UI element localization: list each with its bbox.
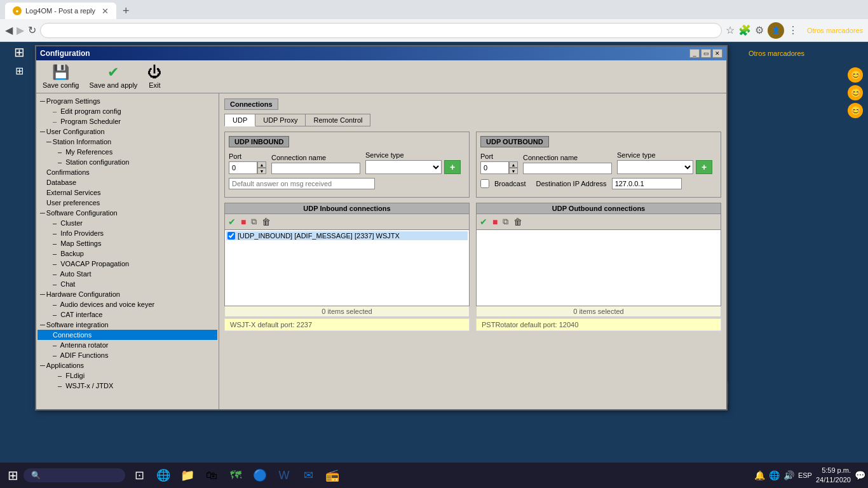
tree-item-program-settings[interactable]: ─ Program Settings [37, 96, 217, 106]
tree-item-adif-functions[interactable]: – ADIF Functions [37, 350, 217, 360]
inbound-conn-list[interactable]: [UDP_INBOUND] [ADIF_MESSAGE] [2337] WSJT… [224, 230, 470, 306]
address-bar[interactable] [40, 23, 722, 38]
taskbar-app-edge[interactable]: 🌐 [152, 464, 175, 487]
tree-item-antenna-rotator[interactable]: – Antenna rotator [37, 340, 217, 350]
broadcast-checkbox[interactable] [480, 179, 489, 188]
outbound-port-input[interactable] [480, 161, 509, 174]
tree-item-station-configuration[interactable]: – Station configuration [37, 157, 217, 167]
tree-item-software-integration[interactable]: ─ Software integration [37, 320, 217, 330]
taskbar-app-store[interactable]: 🛍 [200, 464, 223, 487]
tree-item-cat-interface[interactable]: – CAT interface [37, 309, 217, 320]
tree-item-station-information[interactable]: ─ Station Information [37, 137, 217, 147]
tree-item-map-settings[interactable]: – Map Settings [37, 238, 217, 248]
settings-icon[interactable]: ⚙ [755, 24, 764, 36]
tree-item-voacap[interactable]: – VOACAP Propagation [37, 259, 217, 269]
tree-item-confirmations[interactable]: Confirmations [37, 167, 217, 177]
save-apply-button[interactable]: ✔ Save and apply [89, 64, 137, 89]
tree-item-info-providers[interactable]: – Info Providers [37, 228, 217, 238]
tab-remote-control[interactable]: Remote Control [305, 114, 370, 126]
outbound-conn-list[interactable] [476, 230, 721, 306]
connections-section-label: Connections [224, 98, 278, 110]
taskbar-app-maps[interactable]: 🗺 [224, 464, 247, 487]
inbound-port-input[interactable] [229, 161, 257, 174]
inbound-conn-header: UDP Inbound connections [224, 203, 470, 214]
tree-item-connections[interactable]: Connections [37, 330, 217, 340]
inbound-copy-button[interactable]: ⧉ [250, 216, 258, 227]
browser-tab[interactable]: ● Log4OM - Post a reply ✕ [5, 3, 116, 19]
outbound-add-button[interactable]: + [696, 160, 712, 174]
default-answer-input[interactable] [229, 178, 375, 189]
tree-item-software-configuration[interactable]: ─ Software Configuration [37, 208, 217, 218]
taskbar-app-mail[interactable]: ✉ [297, 464, 320, 487]
star-icon[interactable]: ☆ [726, 24, 735, 36]
tree-item-my-references[interactable]: – My References [37, 147, 217, 157]
outbound-delete-button[interactable]: 🗑 [512, 216, 524, 227]
inbound-list-item[interactable]: [UDP_INBOUND] [ADIF_MESSAGE] [2337] WSJT… [226, 231, 468, 240]
tree-item-user-configuration[interactable]: ─ User Configuration [37, 126, 217, 137]
outbound-copy-button[interactable]: ⧉ [501, 216, 510, 227]
action-center-icon[interactable]: 🔔 [754, 470, 765, 480]
tree-item-external-services[interactable]: External Services [37, 187, 217, 198]
tree-item-database[interactable]: Database [37, 177, 217, 187]
maximize-button[interactable]: ▭ [701, 49, 711, 58]
outbound-port-down-button[interactable]: ▼ [509, 168, 518, 174]
inbound-item-checkbox[interactable] [227, 232, 235, 240]
tree-item-program-scheduler[interactable]: – Program Scheduler [37, 116, 217, 126]
tab-close-icon[interactable]: ✕ [102, 6, 109, 16]
tree-item-edit-program-config[interactable]: – Edit program config [37, 106, 217, 116]
dest-ip-input[interactable] [612, 178, 682, 189]
tree-item-fldigi[interactable]: – FLdigi [37, 370, 217, 381]
back-button[interactable]: ◀ [5, 24, 13, 36]
forward-button[interactable]: ▶ [17, 24, 24, 36]
port-up-button[interactable]: ▲ [257, 161, 266, 168]
menu-icon[interactable]: ⋮ [788, 24, 798, 36]
tree-item-audio-devices[interactable]: – Audio devices and voice keyer [37, 299, 217, 309]
tree-item-applications[interactable]: ─ Applications [37, 360, 217, 370]
start-button[interactable]: ⊞ [3, 465, 24, 485]
exit-button[interactable]: ⏻ Exit [147, 64, 161, 89]
inbound-disable-button[interactable]: ■ [240, 216, 247, 227]
tree-item-backup[interactable]: – Backup [37, 248, 217, 259]
outbound-service-select[interactable] [617, 160, 693, 174]
taskbar-app-task-view[interactable]: ⊡ [128, 464, 151, 487]
outbound-disable-button[interactable]: ■ [491, 216, 499, 227]
extensions-icon[interactable]: 🧩 [738, 24, 751, 36]
lang-indicator[interactable]: ESP [798, 471, 812, 479]
tab-udp-proxy[interactable]: UDP Proxy [255, 114, 306, 126]
taskbar-app-word[interactable]: W [273, 464, 295, 487]
taskbar-search[interactable] [24, 468, 125, 482]
tree-item-user-preferences[interactable]: User preferences [37, 198, 217, 208]
bullet-icon: – [53, 280, 57, 288]
new-tab-button[interactable]: + [119, 3, 133, 19]
outbound-port-up-button[interactable]: ▲ [509, 161, 518, 168]
taskbar-app-explorer[interactable]: 📁 [176, 464, 199, 487]
minimize-button[interactable]: _ [689, 49, 700, 58]
port-down-button[interactable]: ▼ [257, 168, 266, 174]
sidebar-home-icon[interactable]: ⊞ [14, 44, 25, 60]
inbound-delete-button[interactable]: 🗑 [261, 216, 272, 227]
tab-udp[interactable]: UDP [224, 114, 255, 126]
tree-item-cluster[interactable]: – Cluster [37, 218, 217, 228]
notifications-button[interactable]: 💬 [855, 470, 865, 480]
user-avatar[interactable]: 👤 [768, 22, 784, 39]
tree-item-hardware-configuration[interactable]: ─ Hardware Configuration [37, 289, 217, 299]
sidebar-apps-icon[interactable]: ⊞ [15, 65, 24, 77]
inbound-conn-name-input[interactable] [271, 163, 360, 174]
tree-item-auto-start[interactable]: – Auto Start [37, 269, 217, 279]
save-config-button[interactable]: 💾 Save config [43, 64, 79, 89]
tree-item-chat[interactable]: – Chat [37, 279, 217, 289]
inbound-add-button[interactable]: + [444, 160, 461, 174]
inbound-enable-button[interactable]: ✔ [227, 216, 237, 227]
outbound-enable-button[interactable]: ✔ [478, 216, 489, 227]
outbound-conn-toolbar: ✔ ■ ⧉ 🗑 [476, 214, 721, 230]
close-button[interactable]: ✕ [712, 49, 722, 58]
network-icon[interactable]: 🌐 [769, 470, 780, 480]
reload-button[interactable]: ↻ [28, 24, 36, 36]
inbound-service-select[interactable] [365, 160, 442, 174]
bullet-icon: – [53, 250, 57, 257]
volume-icon[interactable]: 🔊 [783, 470, 794, 480]
taskbar-app-chrome[interactable]: 🔵 [248, 464, 271, 487]
outbound-conn-name-input[interactable] [523, 163, 612, 174]
tree-item-wsjt-x[interactable]: – WSJT-x / JTDX [37, 381, 217, 391]
taskbar-app-log4om[interactable]: 📻 [321, 464, 344, 487]
